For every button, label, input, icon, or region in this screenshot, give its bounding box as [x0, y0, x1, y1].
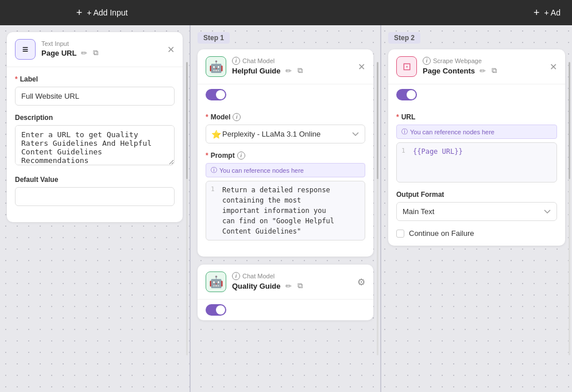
description-textarea[interactable]: Enter a URL to get Quality Raters Guidel… — [15, 125, 175, 165]
req-star-prompt: * — [206, 152, 208, 160]
plus-icon-right: + — [534, 7, 540, 19]
edit-page-url-button[interactable]: ✏ — [80, 48, 88, 59]
scrape-icon-symbol: ⊡ — [403, 60, 411, 73]
panel-step2: Step 2 ⊡ i Scrape Webpage Page Contents … — [381, 25, 572, 392]
chat-model-2-title: i Chat Model Quality Guide ✏ ⧉ — [232, 272, 351, 292]
prompt-code-line: 1 Return a detailed response containing … — [206, 181, 365, 240]
ref-hint-icon: ⓘ — [211, 166, 217, 174]
top-bars: + + Add Input + + Ad — [0, 0, 572, 25]
model-select[interactable]: Perplexity - LLaMa 3.1 Online — [206, 125, 365, 143]
text-input-icon: ≡ — [15, 39, 36, 60]
chat-model-card-1: 🤖 i Chat Model Helpful Guide ✏ ⧉ ✕ — [198, 49, 373, 257]
default-value-field-group: Default Value — [15, 176, 175, 206]
text-input-title-area: Text Input Page URL ✏ ⧉ — [41, 40, 161, 59]
description-field-label: Description — [15, 114, 175, 122]
text-input-name: Page URL ✏ ⧉ — [41, 47, 161, 59]
star-icon: ⭐ — [211, 130, 221, 139]
panel-step1: Step 1 🤖 i Chat Model Helpful Guide ✏ ⧉ — [191, 25, 380, 392]
close-scrape-button[interactable]: ✕ — [550, 61, 557, 72]
url-ref-hint: ⓘ You can reference nodes here — [396, 125, 557, 139]
chat-icon-1-symbol: 🤖 — [209, 60, 223, 73]
main-content: ≡ Text Input Page URL ✏ ⧉ ✕ — [0, 25, 572, 392]
chat-model-1-type: i Chat Model — [232, 57, 352, 65]
chat-info-icon-2: i — [232, 272, 240, 280]
copy-scrape-button[interactable]: ⧉ — [490, 65, 498, 76]
scrape-title-area: i Scrape Webpage Page Contents ✏ ⧉ — [423, 57, 544, 76]
prompt-ref-hint: ⓘ You can reference nodes here — [206, 163, 365, 177]
toggle-2[interactable] — [206, 304, 226, 316]
edit-scrape-button[interactable]: ✏ — [478, 65, 487, 76]
toggle-3[interactable] — [396, 89, 417, 100]
plus-icon: + — [76, 7, 83, 19]
copy-page-url-button[interactable]: ⧉ — [92, 47, 99, 59]
chat-model-1-name: Helpful Guide ✏ ⧉ — [232, 65, 352, 76]
copy-quality-guide-button[interactable]: ⧉ — [296, 280, 304, 292]
required-star: * — [15, 75, 18, 83]
chat-model-2-header: 🤖 i Chat Model Quality Guide ✏ ⧉ ⚙ — [198, 265, 373, 300]
scrape-body: * URL ⓘ You can reference nodes here 1 {… — [388, 105, 565, 246]
text-input-card: ≡ Text Input Page URL ✏ ⧉ ✕ — [7, 32, 183, 222]
prompt-field-group: * Prompt i ⓘ You can reference nodes her… — [206, 152, 365, 240]
edit-quality-guide-button[interactable]: ✏ — [284, 281, 293, 292]
chat-info-icon-1: i — [232, 57, 240, 65]
scrape-webpage-card: ⊡ i Scrape Webpage Page Contents ✏ ⧉ ✕ — [388, 49, 565, 246]
url-ref-icon: ⓘ — [401, 127, 408, 136]
scrollbar-thumb[interactable] — [186, 62, 188, 179]
scrape-icon: ⊡ — [396, 56, 417, 77]
chat-model-1-icon: 🤖 — [206, 56, 226, 77]
chat-model-2-name: Quality Guide ✏ ⧉ — [232, 280, 351, 292]
req-star-model: * — [206, 113, 208, 121]
description-field-group: Description Enter a URL to get Quality R… — [15, 114, 175, 168]
edit-helpful-guide-button[interactable]: ✏ — [284, 65, 293, 76]
scrape-card-header: ⊡ i Scrape Webpage Page Contents ✏ ⧉ ✕ — [388, 49, 565, 84]
url-field-group: * URL ⓘ You can reference nodes here 1 {… — [396, 113, 557, 183]
toggle-row-3 — [388, 84, 565, 105]
label-field-label: * Label — [15, 75, 175, 83]
continue-on-failure-label: Continue on Failure — [409, 229, 474, 238]
default-value-label: Default Value — [15, 176, 175, 184]
label-input[interactable] — [15, 87, 175, 106]
close-chat-model-1-button[interactable]: ✕ — [358, 61, 365, 72]
url-code-area[interactable]: 1 {{Page URL}} — [396, 142, 557, 183]
continue-on-failure-checkbox[interactable] — [396, 230, 404, 238]
chat-model-1-body: * Model i ⭐ Perplexity - LLaMa 3.1 Onlin… — [198, 105, 373, 257]
model-select-wrapper: ⭐ Perplexity - LLaMa 3.1 Online — [206, 125, 365, 143]
text-input-card-header: ≡ Text Input Page URL ✏ ⧉ ✕ — [7, 32, 183, 67]
scrollbar-thumb-2[interactable] — [377, 62, 378, 179]
chat-icon-2-symbol: 🤖 — [209, 275, 223, 289]
toggle-row-2 — [198, 300, 373, 320]
url-code-text: {{Page URL}} — [413, 146, 463, 157]
req-star-url: * — [396, 113, 399, 121]
scrollbar-track-3[interactable] — [569, 62, 570, 355]
add-right-label: + Ad — [544, 8, 561, 17]
text-input-body: * Label Description Enter a URL to get Q… — [7, 67, 183, 222]
chat-model-1-title: i Chat Model Helpful Guide ✏ ⧉ — [232, 57, 352, 76]
prompt-info-icon: i — [237, 152, 245, 160]
close-text-input-button[interactable]: ✕ — [167, 44, 175, 55]
scrape-info-icon: i — [423, 57, 431, 65]
label-field-group: * Label — [15, 75, 175, 106]
scrape-type: i Scrape Webpage — [423, 57, 544, 65]
add-input-bar[interactable]: + + Add Input — [0, 0, 204, 25]
model-info-icon: i — [233, 113, 241, 121]
chat-model-card-2: 🤖 i Chat Model Quality Guide ✏ ⧉ ⚙ — [198, 265, 373, 320]
gear-quality-guide-button[interactable]: ⚙ — [357, 277, 365, 288]
text-input-type: Text Input — [41, 40, 161, 47]
prompt-label: * Prompt i — [206, 152, 365, 160]
chat-model-2-icon: 🤖 — [206, 271, 226, 292]
default-value-input[interactable] — [15, 187, 175, 206]
scrollbar-track-2[interactable] — [377, 62, 378, 355]
toggle-1[interactable] — [206, 89, 226, 100]
output-format-select[interactable]: Main Text Full HTML Plain Text — [396, 202, 557, 221]
scrollbar-thumb-3[interactable] — [569, 62, 570, 179]
prompt-code-area[interactable]: 1 Return a detailed response containing … — [206, 181, 365, 240]
step1-label: Step 1 — [198, 32, 230, 44]
scrollbar-track[interactable] — [186, 62, 188, 355]
add-right-bar[interactable]: + + Ad — [204, 0, 572, 25]
output-format-field-group: Output Format Main Text Full HTML Plain … — [396, 191, 557, 221]
toggle-row-1 — [198, 84, 373, 105]
scrape-name: Page Contents ✏ ⧉ — [423, 65, 544, 76]
panel-text-input: ≡ Text Input Page URL ✏ ⧉ ✕ — [0, 25, 190, 392]
chat-model-1-header: 🤖 i Chat Model Helpful Guide ✏ ⧉ ✕ — [198, 49, 373, 84]
copy-helpful-guide-button[interactable]: ⧉ — [296, 65, 304, 76]
